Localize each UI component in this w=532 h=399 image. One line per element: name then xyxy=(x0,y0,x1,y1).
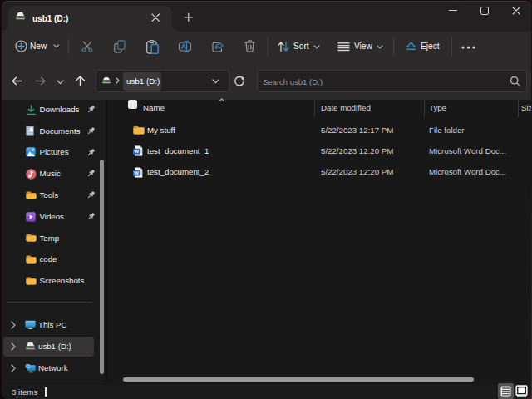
svg-text:W: W xyxy=(134,170,139,175)
svg-text:W: W xyxy=(134,150,139,155)
